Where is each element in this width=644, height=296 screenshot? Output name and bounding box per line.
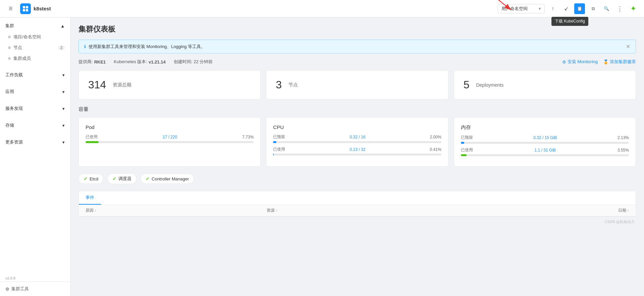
alert-text: 使用新集群工具来管理和安装 Monitoring、Logging 等工具。 (89, 44, 205, 50)
memory-title: 内存 (461, 124, 629, 131)
install-monitoring-link[interactable]: ⚙ 安装 Monitoring (562, 59, 598, 65)
memory-used-row: 已使用 1.1 / 31 GiB 3.55% (461, 147, 629, 156)
status-badge-controller-manager[interactable]: ✓ Controller Manager (141, 174, 194, 184)
pod-label: 已使用 (86, 134, 98, 140)
kubeconfig-button[interactable]: 📋 (574, 3, 585, 14)
svg-rect-1 (26, 6, 28, 8)
status-badge-etcd[interactable]: ✓ Etcd (78, 174, 103, 184)
download-button[interactable]: ↙ (561, 3, 572, 14)
sidebar-item-project-namespace[interactable]: 项目/命名空间 (0, 32, 70, 42)
cpu-used-label: 已使用 (273, 146, 285, 152)
memory-reserved-progress-bg (461, 142, 629, 144)
apps-group-header[interactable]: 应用 ▾ (0, 86, 70, 97)
k8s-label: Kubernetes 版本: (114, 59, 147, 65)
status-badges-row: ✓ Etcd ✓ 调度器 ✓ Controller Manager (78, 173, 636, 184)
cpu-used-row: 已使用 0.13 / 32 0.41% (273, 146, 441, 156)
more-resources-group-header[interactable]: 更多资源 ▾ (0, 136, 70, 148)
copy-button[interactable]: ⧉ (588, 3, 598, 14)
k8s-value: v1.21.14 (149, 59, 166, 65)
service-discovery-label: 服务发现 (5, 105, 23, 112)
sidebar-item-nodes[interactable]: 节点 2 (0, 42, 70, 53)
alert-close-button[interactable]: ✕ (626, 43, 630, 50)
topnav-right-actions: 用户命名空间 ▾ ↑ ↙ 📋 下载 KubeConfig (498, 3, 639, 14)
more-resources-label: 更多资源 (5, 139, 23, 145)
cpu-used-progress-bg (273, 154, 441, 156)
events-col-reason: 原因 ↕ (86, 208, 267, 213)
events-table-header: 原因 ↕ 资源 ↕ 日期 ↕ (79, 205, 636, 216)
pod-pct: 7.73% (242, 135, 254, 139)
cluster-tools-button[interactable]: ⚙ 集群工具 (0, 282, 70, 296)
date-sort-icon[interactable]: ↕ (627, 209, 629, 212)
copyright: CSDN @机核动力 (78, 219, 636, 224)
add-badge-link[interactable]: 🏅 添加集群徽章 (603, 59, 636, 65)
kubeconfig-container: 📋 下载 KubeConfig (574, 3, 585, 14)
created-label: 创建时间: (174, 59, 193, 65)
storage-group-header[interactable]: 存储 ▾ (0, 120, 70, 131)
stat-label-nodes: 节点 (288, 82, 298, 88)
menu-toggle-button[interactable]: ☰ (5, 3, 16, 14)
more-resources-arrow: ▾ (62, 140, 65, 145)
provider-label: 提供商: (78, 59, 93, 65)
gear-icon: ⚙ (5, 287, 9, 292)
status-badge-scheduler[interactable]: ✓ 调度器 (107, 173, 137, 184)
cluster-group-header[interactable]: 集群 ▲ (0, 20, 70, 32)
service-discovery-group-header[interactable]: 服务发现 ▾ (0, 103, 70, 114)
storage-group-label: 存储 (5, 122, 14, 128)
memory-reserved-pct: 2.13% (618, 135, 629, 140)
pod-progress-fill (86, 141, 99, 143)
top-navigation: ☰ k8stest 用户命名空间 ▾ ↑ ↙ 📋 下载 KubeC (0, 0, 644, 17)
memory-reserved-values: 0.32 / 15 GiB (533, 135, 557, 140)
capacity-title: 容量 (78, 106, 636, 113)
cpu-used-pct: 0.41% (430, 147, 441, 152)
more-icon: ⋮ (617, 5, 623, 12)
cluster-info-bar: 提供商: RKE1 Kubernetes 版本: v1.21.14 创建时间: … (78, 59, 636, 65)
nodes-badge: 2 (58, 45, 65, 50)
reason-sort-icon[interactable]: ↕ (95, 209, 96, 212)
app-name: k8stest (34, 6, 51, 11)
memory-used-progress-bg (461, 154, 629, 156)
alert-banner: ℹ 使用新集群工具来管理和安装 Monitoring、Logging 等工具。 … (78, 40, 636, 53)
memory-reserved-label: 已预留 (461, 135, 473, 140)
apps-group-label: 应用 (5, 89, 14, 95)
memory-reserved-row: 已预留 0.32 / 15 GiB 2.13% (461, 135, 629, 144)
cpu-used-values: 0.13 / 32 (350, 147, 366, 152)
copy-icon: ⧉ (592, 6, 595, 11)
sidebar: 集群 ▲ 项目/命名空间 节点 2 集群成员 工作负载 ▾ (0, 17, 70, 296)
search-icon: 🔍 (604, 6, 609, 11)
version-text: v2.6.9 (0, 275, 70, 282)
download-icon: ↙ (564, 5, 569, 12)
service-discovery-arrow: ▾ (62, 106, 65, 111)
memory-used-values: 1.1 / 31 GiB (535, 148, 556, 153)
rancher-button[interactable]: ✦ (628, 3, 639, 14)
sidebar-item-label: 节点 (13, 45, 22, 51)
memory-used-progress-fill (461, 154, 467, 156)
events-col-resource: 资源 ↕ (267, 208, 448, 213)
memory-used-label: 已使用 (461, 147, 473, 153)
storage-arrow: ▾ (62, 123, 65, 128)
search-button[interactable]: 🔍 (601, 3, 612, 14)
resource-sort-icon[interactable]: ↕ (276, 209, 277, 212)
pod-values: 17 / 220 (163, 135, 177, 139)
cpu-reserved-row: 已预留 0.32 / 16 2.00% (273, 134, 441, 143)
more-options-button[interactable]: ⋮ (614, 3, 625, 14)
cluster-group-arrow: ▲ (60, 24, 65, 29)
events-col-date: 日期 ↕ (448, 208, 629, 213)
workload-group-header[interactable]: 工作负载 ▾ (0, 69, 70, 81)
cpu-used-progress-fill (273, 154, 274, 156)
main-content: 集群仪表板 ℹ 使用新集群工具来管理和安装 Monitoring、Logging… (70, 17, 644, 296)
svg-rect-0 (23, 6, 25, 8)
stat-card-nodes: 3 节点 (266, 70, 448, 99)
upload-button[interactable]: ↑ (547, 3, 558, 14)
events-tab[interactable]: 事件 (79, 191, 101, 205)
kubeconfig-icon: 📋 (577, 6, 582, 11)
memory-reserved-progress-fill (461, 142, 465, 144)
app-logo: k8stest (20, 3, 51, 14)
cpu-reserved-progress-bg (273, 141, 441, 143)
sidebar-item-label: 集群成员 (13, 55, 31, 61)
sidebar-item-cluster-members[interactable]: 集群成员 (0, 53, 70, 64)
info-icon: ℹ (84, 44, 86, 49)
etcd-label: Etcd (90, 176, 98, 181)
cpu-reserved-progress-fill (273, 141, 276, 143)
capacity-card-pod: Pod 已使用 17 / 220 7.73% (78, 117, 261, 167)
cluster-group-label: 集群 (5, 23, 14, 29)
